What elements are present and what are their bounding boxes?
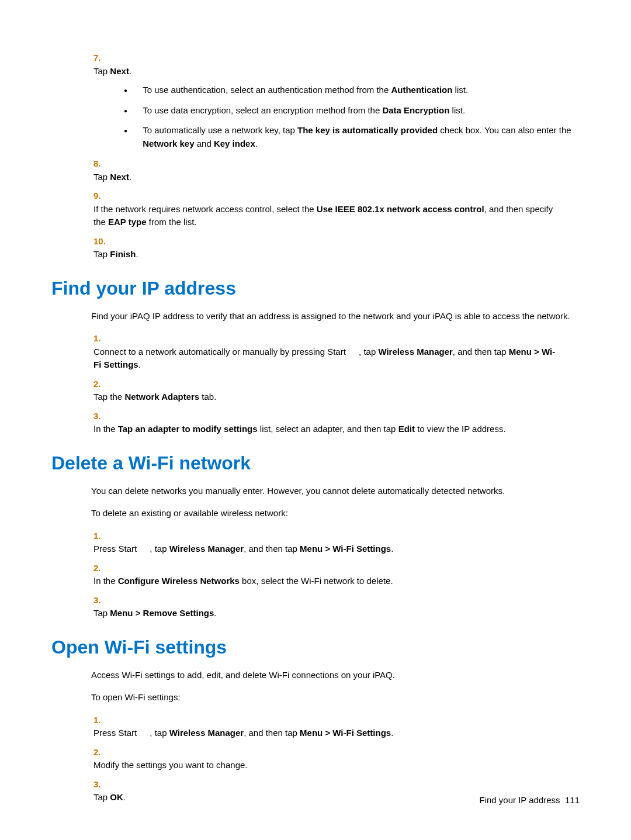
steps-delete-wifi: 1. Press Start , tap Wireless Manager, a… [91,530,580,620]
bullet-icon: ● [124,84,140,95]
paragraph: Access Wi-Fi settings to add, edit, and … [91,669,580,682]
heading-delete-wifi: Delete a Wi-Fi network [51,452,580,474]
step-2: 2. In the Configure Wireless Networks bo… [91,562,580,588]
bullet-3: ● To automatically use a network key, ta… [124,124,580,150]
paragraph: You can delete networks you manually ent… [91,485,580,498]
step-text: Tap Next. [93,65,561,78]
step-text: Press Start , tap Wireless Manager, and … [93,727,561,740]
steps-open-wifi: 1. Press Start , tap Wireless Manager, a… [91,714,580,804]
step-1: 1. Press Start , tap Wireless Manager, a… [91,530,580,556]
bullet-icon: ● [124,124,140,135]
step-7: 7. Tap Next. [91,51,580,78]
step-text: Tap Next. [93,171,561,184]
bullet-icon: ● [124,104,140,115]
heading-find-ip: Find your IP address [51,278,580,299]
step-number: 1. [93,714,110,727]
page-footer: Find your IP address 111 [479,795,580,805]
step-text: Tap Finish. [93,248,561,261]
step-number: 3. [93,778,110,791]
step-number: 2. [93,746,110,759]
step-text: Tap Menu > Remove Settings. [93,607,561,620]
start-icon [139,545,150,554]
step-number: 7. [93,51,110,65]
step-text: If the network requires network access c… [93,203,561,229]
step-number: 9. [93,189,110,203]
paragraph: To delete an existing or available wirel… [91,507,580,520]
step-1: 1. Press Start , tap Wireless Manager, a… [91,714,580,740]
step-text: Modify the settings you want to change. [93,759,561,772]
step-9: 9. If the network requires network acces… [91,189,580,229]
step-number: 1. [93,530,110,543]
step-number: 2. [93,378,110,391]
step-2: 2. Modify the settings you want to chang… [91,746,580,772]
step-text: Connect to a network automatically or ma… [93,345,561,372]
steps-continued: 7. Tap Next. ● To use authentication, se… [91,51,580,261]
step-number: 3. [93,594,110,607]
paragraph: To open Wi-Fi settings: [91,691,580,704]
step-2: 2. Tap the Network Adapters tab. [91,378,580,404]
bullet-text: To use data encryption, select an encryp… [143,104,575,117]
page-number: 111 [565,795,580,805]
step-number: 3. [93,410,110,423]
step-number: 2. [93,562,110,575]
step-text: In the Tap an adapter to modify settings… [93,423,561,436]
bullet-1: ● To use authentication, select an authe… [124,84,580,97]
step-text: Tap the Network Adapters tab. [93,390,561,404]
footer-section: Find your IP address [479,795,560,805]
bullet-text: To automatically use a network key, tap … [143,124,575,150]
step-number: 8. [93,157,110,171]
bullet-2: ● To use data encryption, select an encr… [124,104,580,117]
step-3: 3. In the Tap an adapter to modify setti… [91,410,580,436]
step-number: 10. [93,235,110,248]
bullet-text: To use authentication, select an authent… [143,84,575,97]
paragraph: Find your iPAQ IP address to verify that… [91,310,580,323]
start-icon [139,730,150,738]
step-number: 1. [93,332,110,345]
step-1: 1. Connect to a network automatically or… [91,332,580,372]
step-3: 3. Tap Menu > Remove Settings. [91,594,580,620]
heading-open-wifi: Open Wi-Fi settings [51,637,580,658]
start-icon [348,348,359,357]
step-8: 8. Tap Next. [91,157,580,184]
step-text: Press Start , tap Wireless Manager, and … [93,542,561,556]
steps-find-ip: 1. Connect to a network automatically or… [91,332,580,436]
step-text: In the Configure Wireless Networks box, … [93,575,561,588]
step-10: 10. Tap Finish. [91,235,580,261]
